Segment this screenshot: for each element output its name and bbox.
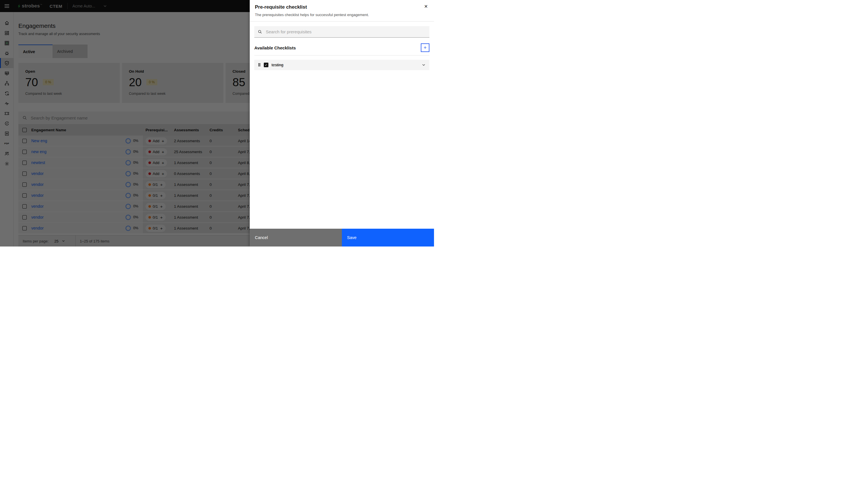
- close-icon[interactable]: ✕: [422, 3, 430, 10]
- prerequisite-checklist-drawer: Pre-requisite checklist The prerequisite…: [250, 0, 434, 246]
- drag-handle-icon[interactable]: [258, 63, 260, 67]
- section-divider: [254, 55, 429, 56]
- cancel-button[interactable]: Cancel: [250, 229, 342, 246]
- add-checklist-button[interactable]: +: [421, 43, 429, 52]
- modal-overlay[interactable]: [0, 0, 250, 246]
- checklist-item[interactable]: ✓ testing: [254, 60, 429, 70]
- available-checklists-section: Available Checklists +: [254, 43, 429, 52]
- drawer-subtitle: The prerequisites checklist helps for su…: [255, 13, 428, 17]
- section-title: Available Checklists: [254, 45, 296, 50]
- drawer-footer: Cancel Save: [250, 229, 434, 246]
- checked-checkbox[interactable]: ✓: [264, 63, 268, 67]
- drawer-header-divider: [250, 21, 434, 22]
- save-button[interactable]: Save: [342, 229, 434, 246]
- drawer-title: Pre-requisite checklist: [255, 4, 428, 10]
- chevron-down-icon[interactable]: [422, 63, 426, 67]
- prerequisite-search-input[interactable]: [265, 29, 429, 35]
- search-icon: [258, 29, 262, 34]
- screen: strobes ™ CTEM Acme Auto...: [0, 0, 434, 246]
- drawer-header: Pre-requisite checklist The prerequisite…: [250, 0, 434, 17]
- drawer-body: Available Checklists + ✓ testing: [250, 26, 434, 70]
- prerequisite-search-bar: [254, 26, 429, 38]
- checklist-item-label: testing: [272, 63, 283, 67]
